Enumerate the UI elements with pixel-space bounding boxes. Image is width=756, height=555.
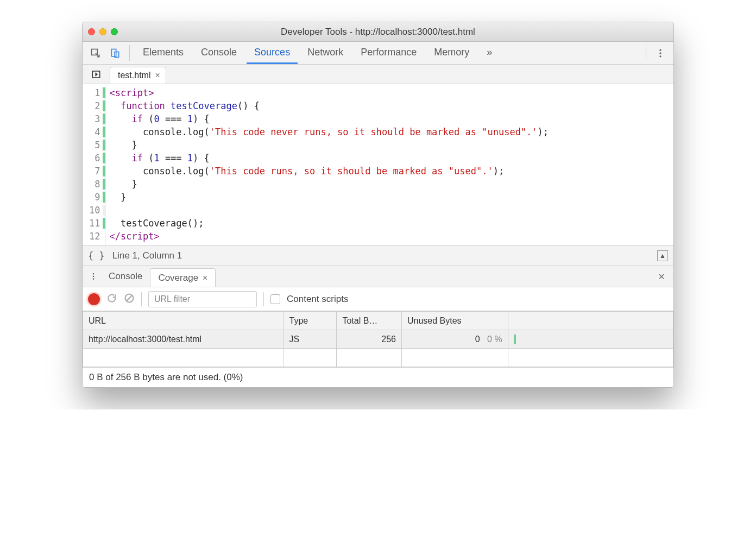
line-number: 1 (83, 86, 105, 99)
reload-icon[interactable] (106, 293, 117, 306)
traffic-lights (88, 28, 118, 35)
minimize-window-button[interactable] (99, 28, 106, 35)
svg-point-8 (93, 276, 94, 278)
line-number: 2 (83, 99, 105, 112)
cell-unused: 0 0 % (401, 330, 508, 349)
record-button[interactable] (88, 293, 100, 305)
line-number: 8 (83, 178, 105, 191)
svg-point-3 (659, 49, 661, 51)
url-filter-input[interactable] (148, 291, 257, 307)
code-line: if (1 === 1) { (109, 152, 673, 165)
tab-sources[interactable]: Sources (247, 42, 298, 64)
tab-memory[interactable]: Memory (426, 42, 477, 64)
code-line: testCoverage(); (109, 217, 673, 230)
close-icon[interactable]: × (203, 273, 207, 283)
cell-type: JS (284, 330, 337, 349)
col-total[interactable]: Total B… (337, 312, 402, 330)
svg-point-5 (659, 55, 661, 57)
divider (141, 292, 142, 306)
drawer-tab-label: Coverage (158, 273, 198, 283)
table-header-row: URL Type Total B… Unused Bytes (83, 312, 673, 330)
line-number: 3 (83, 112, 105, 125)
tab-overflow[interactable]: » (479, 42, 500, 64)
panel-tabs: Elements Console Sources Network Perform… (83, 42, 673, 65)
clear-icon[interactable] (124, 293, 135, 306)
coverage-marker (103, 179, 105, 190)
line-number: 10 (83, 204, 105, 217)
coverage-table: URL Type Total B… Unused Bytes http://lo… (83, 311, 673, 367)
content-scripts-label: Content scripts (287, 294, 348, 305)
col-bar (508, 312, 673, 330)
tab-console[interactable]: Console (193, 42, 244, 64)
code-line: if (0 === 1) { (109, 112, 673, 125)
devtools-window: Developer Tools - http://localhost:3000/… (82, 22, 674, 388)
content-scripts-checkbox[interactable] (270, 294, 280, 304)
coverage-marker (103, 166, 105, 176)
table-row[interactable]: http://localhost:3000/test.html JS 256 0… (83, 330, 673, 349)
tab-elements[interactable]: Elements (135, 42, 191, 64)
cell-bar (508, 330, 673, 349)
file-tab-test-html[interactable]: test.html × (110, 67, 166, 84)
drawer-tab-console[interactable]: Console (101, 266, 150, 287)
code-area[interactable]: <script> function testCoverage() { if (0… (106, 84, 673, 245)
window-title: Developer Tools - http://localhost:3000/… (83, 27, 673, 37)
cell-total: 256 (337, 330, 402, 349)
device-toolbar-icon[interactable] (106, 42, 124, 64)
drawer-close-icon[interactable]: × (653, 266, 670, 287)
file-tab-label: test.html (118, 71, 150, 80)
table-row (83, 349, 673, 367)
col-url[interactable]: URL (83, 312, 284, 330)
close-window-button[interactable] (88, 28, 95, 35)
coverage-marker (103, 192, 105, 203)
cell-url: http://localhost:3000/test.html (83, 330, 284, 349)
coverage-marker (103, 87, 105, 98)
zoom-window-button[interactable] (111, 28, 118, 35)
inspect-element-icon[interactable] (87, 42, 104, 64)
line-number: 4 (83, 125, 105, 138)
code-line: <script> (109, 86, 673, 99)
col-unused[interactable]: Unused Bytes (401, 312, 508, 330)
navigator-toggle-icon[interactable] (86, 65, 106, 84)
editor-statusbar: { } Line 1, Column 1 ▲ (83, 245, 673, 266)
coverage-marker (103, 218, 105, 229)
coverage-bar-icon (514, 335, 516, 344)
tab-network[interactable]: Network (300, 42, 351, 64)
expand-icon[interactable]: ▲ (657, 250, 668, 261)
tab-performance[interactable]: Performance (353, 42, 424, 64)
pretty-print-icon[interactable]: { } (88, 250, 105, 261)
coverage-marker (103, 127, 105, 137)
coverage-marker (103, 100, 105, 111)
line-number: 12 (83, 230, 105, 243)
more-options-icon[interactable] (652, 42, 669, 64)
code-line: function testCoverage() { (109, 99, 673, 112)
coverage-marker (103, 205, 105, 216)
line-number: 6 (83, 152, 105, 165)
source-editor[interactable]: 123456789101112 <script> function testCo… (83, 84, 673, 245)
code-line: } (109, 191, 673, 204)
code-line: console.log('This code never runs, so it… (109, 125, 673, 138)
svg-line-11 (127, 295, 132, 301)
coverage-marker (103, 113, 105, 124)
code-line: console.log('This code runs, so it shoul… (109, 165, 673, 178)
col-type[interactable]: Type (284, 312, 337, 330)
line-number: 7 (83, 165, 105, 178)
titlebar: Developer Tools - http://localhost:3000/… (83, 22, 673, 42)
cursor-position: Line 1, Column 1 (112, 250, 182, 261)
divider (646, 45, 646, 61)
svg-point-7 (93, 273, 94, 275)
code-line: } (109, 138, 673, 152)
line-number: 11 (83, 217, 105, 230)
close-icon[interactable]: × (155, 71, 160, 80)
coverage-marker (103, 153, 105, 163)
drawer-tab-coverage[interactable]: Coverage × (150, 268, 216, 287)
divider (129, 45, 130, 61)
line-number: 5 (83, 138, 105, 152)
line-number: 9 (83, 191, 105, 204)
code-line (109, 204, 673, 217)
coverage-summary: 0 B of 256 B bytes are not used. (0%) (83, 367, 673, 387)
drawer-tabs: Console Coverage × × (83, 266, 673, 287)
drawer-more-icon[interactable] (86, 266, 101, 287)
coverage-toolbar: Content scripts (83, 287, 673, 311)
svg-rect-1 (111, 49, 116, 56)
code-line: } (109, 178, 673, 191)
